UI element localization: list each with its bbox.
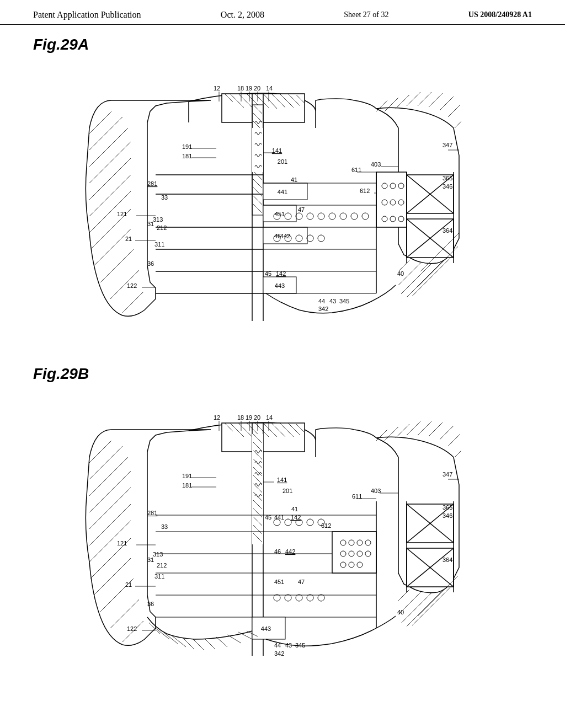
svg-line-2: [89, 128, 128, 167]
svg-text:311: 311: [154, 573, 164, 580]
svg-line-219: [455, 451, 461, 457]
svg-line-11: [122, 292, 143, 313]
svg-text:612: 612: [321, 522, 331, 529]
svg-text:47: 47: [298, 579, 305, 585]
svg-line-224: [412, 585, 452, 625]
svg-text:347: 347: [443, 142, 452, 148]
page: Patent Application Publication Oct. 2, 2…: [0, 0, 565, 728]
svg-text:45: 45: [265, 514, 271, 521]
svg-line-54: [385, 98, 398, 111]
svg-point-245: [296, 595, 302, 601]
svg-text:21: 21: [125, 581, 132, 588]
svg-line-162: [89, 457, 128, 496]
svg-point-243: [274, 595, 280, 601]
svg-point-247: [318, 595, 324, 601]
svg-text:36: 36: [147, 260, 154, 267]
svg-line-56: [407, 92, 420, 106]
svg-text:20: 20: [254, 414, 260, 421]
svg-line-160: [89, 441, 111, 463]
svg-line-59: [440, 97, 454, 110]
svg-line-61: [455, 121, 461, 128]
svg-line-217: [440, 426, 454, 440]
svg-line-216: [429, 422, 443, 436]
svg-text:365: 365: [443, 175, 452, 181]
fig29b-svg: 12 18 19 20 14 121 21 31 212: [45, 386, 520, 700]
svg-text:365: 365: [443, 504, 452, 511]
svg-text:191: 191: [182, 473, 192, 479]
svg-text:19: 19: [246, 414, 252, 421]
svg-text:443: 443: [261, 625, 271, 632]
svg-text:181: 181: [182, 153, 192, 159]
svg-line-4: [89, 158, 131, 200]
svg-point-87: [362, 213, 369, 220]
svg-line-57: [418, 92, 431, 106]
svg-text:191: 191: [182, 143, 192, 150]
svg-text:342: 342: [274, 650, 284, 657]
patent-number: US 2008/240928 A1: [468, 10, 532, 19]
fig29a-title: Fig.29A: [33, 36, 532, 53]
svg-text:47: 47: [298, 206, 305, 213]
svg-text:346: 346: [443, 512, 452, 519]
svg-text:364: 364: [443, 556, 452, 563]
svg-line-312: [205, 639, 215, 649]
svg-text:121: 121: [117, 211, 127, 217]
svg-text:142: 142: [291, 514, 301, 521]
svg-line-55: [396, 95, 409, 109]
svg-line-218: [448, 434, 460, 446]
svg-line-168: [94, 558, 131, 595]
svg-point-92: [318, 235, 324, 242]
svg-point-246: [307, 595, 313, 601]
header-left-label: Patent Application Publication: [33, 10, 141, 20]
svg-text:347: 347: [443, 471, 452, 478]
svg-text:122: 122: [127, 282, 137, 289]
svg-line-161: [89, 446, 122, 479]
svg-text:122: 122: [127, 625, 137, 632]
svg-line-308: [164, 633, 178, 644]
svg-text:313: 313: [153, 551, 163, 558]
svg-text:43: 43: [329, 298, 336, 304]
svg-text:36: 36: [147, 601, 154, 607]
svg-line-163: [89, 471, 131, 512]
svg-line-223: [407, 591, 443, 627]
svg-text:12: 12: [214, 414, 220, 421]
svg-line-1: [89, 117, 122, 150]
svg-text:33: 33: [161, 194, 168, 201]
svg-point-86: [351, 213, 358, 220]
svg-line-3: [89, 142, 131, 183]
svg-text:311: 311: [154, 241, 164, 248]
svg-point-241: [307, 519, 313, 526]
svg-text:612: 612: [360, 188, 370, 194]
svg-text:46: 46: [274, 233, 281, 239]
svg-text:364: 364: [443, 227, 452, 234]
figure-29a-section: Fig.29A: [33, 36, 532, 365]
svg-line-310: [183, 638, 194, 649]
svg-line-62: [398, 260, 409, 271]
svg-line-8: [94, 229, 131, 266]
fig29b-title: Fig.29B: [33, 365, 532, 383]
svg-text:40: 40: [397, 270, 404, 277]
svg-point-244: [285, 595, 291, 601]
svg-line-314: [227, 635, 241, 643]
svg-text:14: 14: [266, 414, 273, 421]
fig29a-diagram: 441 451 442 443: [45, 56, 520, 365]
svg-text:451: 451: [274, 579, 284, 585]
fig29a-svg: 441 451 442 443: [45, 56, 520, 365]
svg-text:441: 441: [278, 189, 287, 195]
svg-text:33: 33: [161, 523, 168, 530]
svg-line-215: [418, 421, 431, 435]
svg-text:342: 342: [318, 306, 328, 312]
svg-text:14: 14: [266, 85, 273, 92]
svg-text:403: 403: [371, 161, 381, 168]
svg-line-313: [216, 637, 227, 647]
svg-point-84: [329, 213, 335, 220]
svg-point-83: [318, 213, 324, 220]
svg-text:441: 441: [274, 514, 284, 521]
svg-line-311: [193, 639, 204, 650]
svg-point-82: [307, 213, 313, 220]
sheet-info: Sheet 27 of 32: [344, 10, 388, 19]
svg-text:313: 313: [153, 216, 163, 223]
svg-line-212: [385, 427, 398, 441]
svg-text:212: 212: [157, 224, 167, 231]
svg-line-214: [407, 421, 420, 435]
content-area: Fig.29A: [0, 25, 565, 705]
